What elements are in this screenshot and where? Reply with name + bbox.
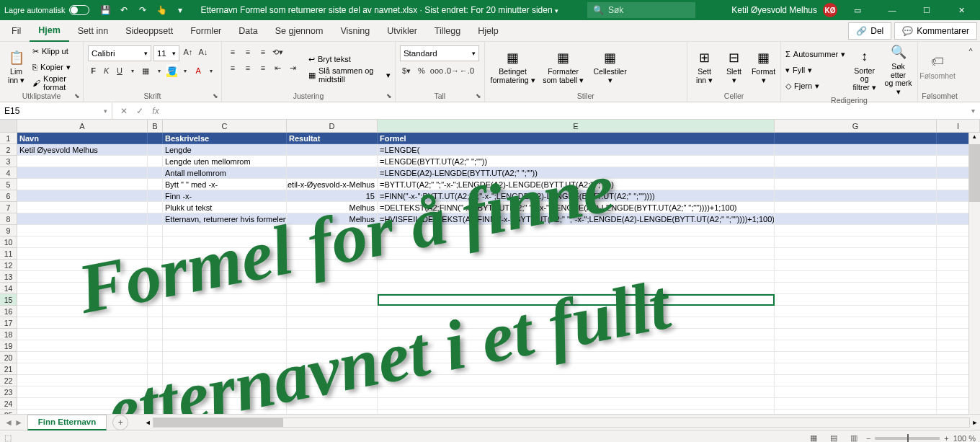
underline-button[interactable]: U	[114, 64, 125, 77]
cell[interactable]	[775, 398, 937, 410]
row-header[interactable]: 8	[0, 213, 17, 225]
tab-view[interactable]: Visning	[331, 20, 378, 42]
cell[interactable]	[148, 133, 163, 144]
cell[interactable]	[148, 363, 163, 375]
touch-icon[interactable]: 👆	[156, 4, 167, 16]
cell[interactable]	[148, 144, 163, 156]
page-break-view-icon[interactable]: ▥	[846, 432, 862, 443]
cell[interactable]: Lengde	[163, 144, 287, 156]
page-layout-view-icon[interactable]: ▤	[826, 432, 842, 443]
cell[interactable]	[378, 375, 775, 386]
cell[interactable]	[163, 225, 287, 237]
fx-icon[interactable]: fx	[148, 104, 163, 118]
sort-filter-button[interactable]: ↕Sorter ogfiltrer ▾	[850, 44, 879, 96]
cell[interactable]	[378, 271, 775, 283]
cell[interactable]	[163, 329, 287, 340]
cell[interactable]	[287, 317, 378, 329]
cell[interactable]	[775, 375, 937, 386]
font-size-combo[interactable]: 11▾	[153, 45, 179, 61]
cell[interactable]	[775, 410, 937, 414]
cell[interactable]	[775, 225, 937, 237]
cell[interactable]	[287, 237, 378, 248]
cell[interactable]	[287, 352, 378, 363]
col-header-G[interactable]: G	[775, 120, 937, 132]
border-dropdown-icon[interactable]: ▾	[153, 64, 164, 77]
zoom-out-icon[interactable]: −	[866, 434, 870, 443]
cancel-formula-icon[interactable]: ✕	[117, 104, 131, 118]
cell[interactable]	[163, 271, 287, 283]
cell[interactable]	[163, 352, 287, 363]
cell[interactable]	[148, 190, 163, 202]
tab-review[interactable]: Se gjennom	[267, 20, 332, 42]
cell[interactable]	[148, 410, 163, 414]
cell[interactable]	[287, 410, 378, 414]
sheet-tab-active[interactable]: Finn Etternavn	[27, 415, 107, 430]
cell[interactable]	[17, 340, 148, 352]
cell[interactable]	[287, 294, 378, 306]
paste-button[interactable]: 📋 Liminn ▾	[4, 44, 28, 90]
undo-icon[interactable]: ↶	[118, 4, 130, 16]
font-name-combo[interactable]: Calibri▾	[88, 45, 151, 61]
row-header[interactable]: 7	[0, 202, 17, 213]
cell[interactable]	[163, 260, 287, 271]
cell[interactable]	[163, 248, 287, 260]
cell[interactable]	[17, 375, 148, 386]
cell[interactable]	[17, 190, 148, 202]
dropdown-icon[interactable]: ▾	[174, 4, 186, 16]
tab-pagelayout[interactable]: Sideoppsett	[117, 20, 182, 42]
comments-button[interactable]: 💬Kommentarer	[894, 22, 977, 40]
cell[interactable]	[775, 340, 937, 352]
col-header-C[interactable]: C	[163, 120, 287, 132]
tab-help[interactable]: Hjelp	[469, 20, 507, 42]
add-sheet-button[interactable]: +	[112, 415, 128, 430]
cell[interactable]	[17, 283, 148, 294]
dialog-launcher-icon[interactable]: ⬊	[211, 92, 220, 100]
cell[interactable]	[775, 271, 937, 283]
cell[interactable]	[775, 352, 937, 363]
row-header[interactable]: 13	[0, 271, 17, 283]
cell[interactable]	[775, 317, 937, 329]
cell[interactable]	[378, 317, 775, 329]
cell[interactable]	[287, 248, 378, 260]
cell[interactable]	[163, 294, 287, 306]
cell[interactable]	[148, 386, 163, 398]
orientation-icon[interactable]: ⟲▾	[272, 45, 285, 58]
cell[interactable]	[287, 271, 378, 283]
cell[interactable]	[775, 386, 937, 398]
cell[interactable]	[775, 190, 937, 202]
cell[interactable]	[775, 179, 937, 190]
search-box[interactable]: 🔍 Søk	[587, 2, 695, 18]
cell[interactable]	[17, 352, 148, 363]
cell[interactable]	[378, 329, 775, 340]
cell[interactable]	[163, 237, 287, 248]
currency-icon[interactable]: $▾	[400, 64, 413, 77]
cell[interactable]	[148, 306, 163, 317]
cell[interactable]	[148, 202, 163, 213]
cell[interactable]	[148, 248, 163, 260]
vertical-scrollbar[interactable]: ▴	[968, 133, 980, 414]
tab-addins[interactable]: Tillegg	[426, 20, 469, 42]
cell[interactable]	[148, 329, 163, 340]
cell[interactable]	[775, 260, 937, 271]
conditional-format-button[interactable]: ▦Betingetformatering ▾	[489, 44, 537, 90]
row-header[interactable]: 16	[0, 306, 17, 317]
autosum-button[interactable]: ΣAutosummer ▾	[785, 47, 845, 61]
dialog-launcher-icon[interactable]: ⬊	[385, 92, 393, 100]
row-header[interactable]: 4	[0, 167, 17, 179]
cell-styles-button[interactable]: ▦Cellestiler▾	[590, 44, 631, 90]
cell[interactable]	[148, 271, 163, 283]
cell[interactable]: Ketil-x-Øyesvold-x-Melhus	[287, 179, 378, 190]
row-header[interactable]: 15	[0, 294, 17, 306]
cell[interactable]	[287, 398, 378, 410]
col-header-B[interactable]: B	[148, 120, 163, 132]
cell[interactable]	[287, 363, 378, 375]
cell[interactable]	[17, 363, 148, 375]
cell[interactable]: 15	[287, 190, 378, 202]
sensitivity-button[interactable]: 🏷Følsomhet	[922, 44, 953, 90]
cell[interactable]: Navn	[17, 133, 148, 144]
number-format-combo[interactable]: Standard▾	[400, 45, 479, 61]
hscroll-left-icon[interactable]: ◄	[143, 419, 153, 426]
cell[interactable]	[148, 167, 163, 179]
cell[interactable]: Resultat	[287, 133, 378, 144]
name-box[interactable]: E15▾	[0, 103, 112, 119]
